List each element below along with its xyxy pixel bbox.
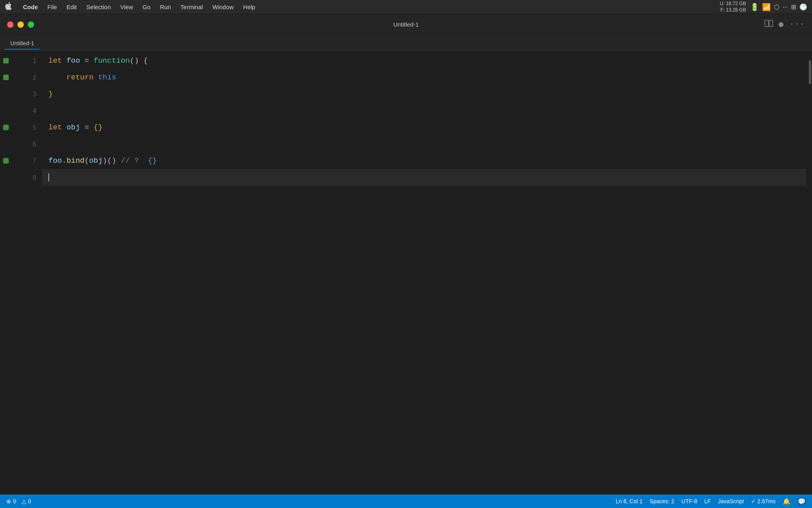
gutter-row-2 — [0, 69, 22, 86]
code-editor[interactable]: let foo = function () { return this } le… — [42, 52, 806, 495]
line-ending[interactable]: LF — [704, 498, 710, 504]
line-num-1: 1 — [22, 52, 42, 69]
system-info: U: 18.72 GB F: 13.28 GB — [720, 1, 746, 13]
menubar-item-edit[interactable]: Edit — [62, 2, 82, 12]
var-foo-7: foo — [48, 156, 62, 165]
menubar-item-help[interactable]: Help — [238, 2, 260, 12]
split-editor-icon[interactable] — [764, 20, 773, 29]
battery-icon: 🔋 — [750, 3, 759, 12]
performance-indicator[interactable]: ✓ 2.67ms — [751, 498, 776, 504]
dots-icon: ··· — [783, 4, 788, 11]
tab-label: Untitled-1 — [10, 40, 34, 46]
wifi-icon: 📶 — [762, 3, 771, 12]
space-1a — [62, 56, 66, 65]
breakpoint-2[interactable] — [3, 75, 9, 80]
open-paren-7: ( — [84, 156, 89, 165]
keyword-this: this — [98, 73, 116, 82]
svg-rect-0 — [765, 20, 768, 27]
code-line-4 — [42, 102, 806, 119]
gutter-row-1 — [0, 52, 22, 69]
line-num-4: 4 — [22, 102, 42, 119]
chat-icon: 💬 — [798, 498, 806, 505]
gutter-row-3 — [0, 86, 22, 102]
perf-text: ✓ 2.67ms — [751, 498, 776, 504]
indentation[interactable]: Spaces: 2 — [650, 498, 674, 504]
traffic-lights — [7, 21, 34, 28]
keyword-let-5: let — [48, 123, 62, 132]
line-num-8: 8 — [22, 169, 42, 186]
line-num-2: 2 — [22, 69, 42, 86]
breakpoint-5[interactable] — [3, 125, 9, 130]
error-icon: ⊗ — [6, 498, 11, 504]
line-num-3: 3 — [22, 86, 42, 102]
menubar-item-terminal[interactable]: Terminal — [176, 2, 208, 12]
more-actions-icon[interactable]: ··· — [789, 19, 805, 29]
breakpoint-7[interactable] — [3, 158, 9, 164]
menubar-right: U: 18.72 GB F: 13.28 GB 🔋 📶 ⬡ ··· ⊞ 🕐 — [720, 1, 807, 13]
menubar-item-file[interactable]: File — [43, 2, 62, 12]
close-button[interactable] — [7, 21, 13, 28]
free-memory: F: 13.28 GB — [720, 7, 746, 13]
titlebar-actions: ··· — [764, 19, 805, 29]
keyword-return: return — [67, 73, 94, 82]
scrollbar-track[interactable] — [806, 52, 812, 495]
window-title: Untitled-1 — [393, 21, 419, 28]
editor-area: 1 2 3 4 5 6 7 8 let foo = function () { … — [0, 52, 812, 495]
empty-object: {} — [94, 123, 103, 132]
scrollbar-thumb[interactable] — [809, 60, 811, 84]
equals-5: = — [80, 123, 94, 132]
warning-count-value: 0 — [28, 498, 31, 504]
result-value-7: {} — [144, 156, 157, 165]
menubar-item-run[interactable]: Run — [155, 2, 176, 12]
feedback-icon[interactable]: 💬 — [798, 498, 806, 505]
gutter-row-6 — [0, 136, 22, 152]
statusbar: ⊗ 0 △ 0 Ln 8, Col 1 Spaces: 2 UTF-8 LF J… — [0, 495, 812, 508]
status-right: Ln 8, Col 1 Spaces: 2 UTF-8 LF JavaScrip… — [616, 498, 806, 505]
warning-count[interactable]: △ 0 — [22, 498, 31, 504]
cursor-position[interactable]: Ln 8, Col 1 — [616, 498, 643, 504]
encoding-text: UTF-8 — [682, 498, 697, 504]
code-line-8 — [42, 169, 806, 186]
minimize-button[interactable] — [17, 21, 24, 28]
gutter-row-8 — [0, 169, 22, 186]
gutter-row-7 — [0, 152, 22, 169]
error-count-value: 0 — [13, 498, 16, 504]
tabbar: Untitled-1 — [0, 35, 812, 52]
menubar-item-window[interactable]: Window — [208, 2, 238, 12]
breakpoint-1[interactable] — [3, 58, 9, 64]
code-line-6 — [42, 136, 806, 152]
spaces-text: Spaces: 2 — [650, 498, 674, 504]
apple-menu-icon[interactable] — [5, 2, 12, 12]
line-ending-text: LF — [704, 498, 710, 504]
notifications-icon[interactable]: 🔔 — [783, 498, 791, 505]
gutter-row-5 — [0, 119, 22, 136]
comment-7: // ? — [121, 156, 143, 165]
tab-untitled-1[interactable]: Untitled-1 — [5, 38, 40, 50]
menubar-item-code[interactable]: Code — [18, 2, 43, 12]
line-num-5: 5 — [22, 119, 42, 136]
arg-obj: obj — [89, 156, 103, 165]
menubar-item-go[interactable]: Go — [138, 2, 155, 12]
bell-icon: 🔔 — [783, 498, 791, 505]
code-line-2: return this — [42, 69, 806, 86]
maximize-button[interactable] — [28, 21, 34, 28]
error-count[interactable]: ⊗ 0 — [6, 498, 16, 504]
dot-7: . — [62, 156, 66, 165]
method-bind: bind — [67, 156, 85, 165]
clock-icon: 🕐 — [799, 3, 807, 11]
menubar-item-view[interactable]: View — [115, 2, 138, 12]
clipboard-icon: ⬡ — [774, 3, 779, 11]
language-mode[interactable]: JavaScript — [718, 498, 744, 504]
code-line-1: let foo = function () { — [42, 52, 806, 69]
var-obj: obj — [67, 123, 80, 132]
menubar-item-selection[interactable]: Selection — [82, 2, 116, 12]
unsaved-indicator — [779, 22, 783, 27]
line-num-7: 7 — [22, 152, 42, 169]
file-encoding[interactable]: UTF-8 — [682, 498, 697, 504]
close-call-7: )() — [103, 156, 116, 165]
closing-brace-1: } — [48, 90, 53, 98]
equals-1: = — [80, 56, 94, 65]
gutter-row-4 — [0, 102, 22, 119]
text-cursor — [48, 173, 49, 181]
titlebar: Untitled-1 ··· — [0, 14, 812, 35]
